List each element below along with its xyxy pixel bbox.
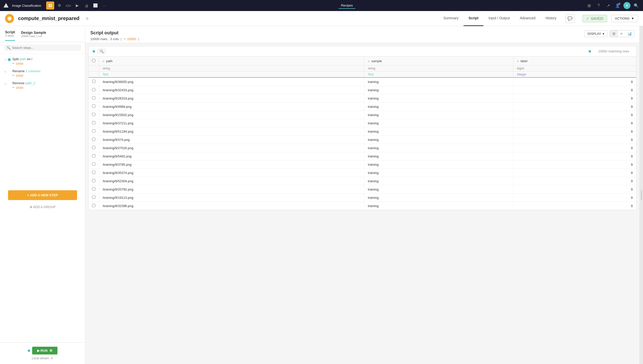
nav-help-icon[interactable]: ? (595, 2, 602, 9)
row-checkbox[interactable] (92, 196, 95, 199)
step-dot (8, 58, 11, 61)
nav-icon-print[interactable]: 🖨 (82, 2, 90, 10)
cell-1-1: training (364, 86, 513, 94)
tab-history[interactable]: History (540, 11, 561, 26)
step-eye-icon[interactable]: 👁 (67, 81, 71, 86)
step-delete-icon[interactable]: 🗑 (77, 81, 82, 86)
panel-resize-handle (641, 190, 642, 200)
search-steps-input[interactable] (12, 46, 79, 50)
col-link-label[interactable]: Integer (513, 71, 636, 78)
col-type-row: string string bigint (89, 66, 636, 71)
matching-rows-label: 10000 matching rows (598, 49, 632, 53)
add-group-button[interactable]: ⊕ ADD A GROUP (4, 203, 81, 211)
row-checkbox[interactable] (92, 96, 95, 100)
script-output-header: Script output DISPLAY ▾ ⊞ ≡ 📊 10000 rows… (85, 26, 639, 43)
step-item-remove[interactable]: ≡ Remove path_2 10000 👁 ⊙ 🗑 (0, 79, 85, 91)
tab-input-output[interactable]: Input / Output (483, 11, 515, 26)
step-copy-icon[interactable]: ⊙ (72, 69, 76, 74)
nav-search-icon[interactable]: 🔍 (632, 2, 640, 9)
col-link-sample[interactable]: Text (364, 71, 513, 78)
view-grid-button[interactable]: ⊞ (610, 30, 618, 37)
cell-4-1: training (364, 111, 513, 119)
table-header-row: ≡ path ≡ sample ≡ label (89, 56, 636, 66)
right-panel-handle[interactable] (639, 26, 643, 364)
cell-2-0: /training/9/28319.png (99, 94, 364, 103)
sidebar-section-design[interactable]: Design Sample 10000 rows 1 col (21, 31, 46, 41)
th-label-icon: ≡ (517, 60, 519, 63)
row-checkbox[interactable] (92, 162, 95, 166)
step-eye-icon[interactable]: 👁 (67, 57, 71, 62)
run-status-dot (28, 349, 30, 352)
step-copy-icon[interactable]: ⊙ (72, 57, 76, 62)
display-button[interactable]: DISPLAY ▾ (584, 30, 608, 37)
cell-4-0: /training/9/23502.png (99, 111, 364, 119)
sidebar-section-script[interactable]: Script 3 steps (5, 30, 15, 41)
step-dot-placeholder (8, 82, 11, 85)
nav-icon-more[interactable]: ··· (100, 2, 108, 10)
nav-grid-icon[interactable]: ⊞ (585, 2, 593, 9)
cell-6-1: training (364, 127, 513, 136)
step-delete-icon[interactable]: 🗑 (77, 69, 82, 74)
cell-15-0: /training/9/32396.png (99, 202, 364, 210)
nav-icon-code[interactable]: </> (64, 2, 72, 10)
view-chart-button[interactable]: 📊 (625, 30, 634, 37)
nav-icon-fullscreen[interactable]: ⬜ (91, 2, 99, 10)
row-checkbox[interactable] (92, 121, 95, 124)
row-checkbox[interactable] (92, 129, 95, 133)
th-sample-icon: ≡ (368, 60, 369, 63)
actions-button[interactable]: ACTIONS ▼ (611, 15, 638, 22)
local-stream-settings-icon[interactable]: ⚙ (50, 356, 53, 360)
row-checkbox[interactable] (92, 179, 95, 182)
step-drag-handle[interactable]: ≡ (4, 69, 6, 74)
row-checkbox[interactable] (92, 187, 95, 191)
row-checkbox[interactable] (92, 113, 95, 116)
row-checkbox[interactable] (92, 146, 95, 149)
recipe-settings-icon[interactable]: ⚙ (86, 17, 89, 21)
row-checkbox[interactable] (92, 105, 95, 108)
table-area: 🔍 10000 matching rows (85, 43, 639, 364)
nav-recipes-label[interactable]: Recipes (339, 3, 355, 9)
col-link-path[interactable]: Text (99, 71, 364, 78)
run-button[interactable]: ▶ RUN ⚙ (32, 347, 58, 354)
step-drag-handle[interactable]: ≡ (4, 57, 6, 62)
nav-analytics-icon[interactable]: ↗ (604, 2, 612, 9)
row-checkbox[interactable] (92, 88, 95, 91)
comment-button[interactable]: 💬 (565, 14, 574, 23)
step-item-split[interactable]: ≡ Split path on / 10000 👁 ⊙ 🗑 (0, 55, 85, 67)
step-badge-split: 10000 (12, 62, 23, 65)
nav-icon-recipe[interactable] (46, 2, 54, 10)
saved-button[interactable]: ✓ SAVED! (583, 15, 607, 22)
search-input-wrap: 🔍 (4, 45, 81, 51)
tab-advanced[interactable]: Advanced (515, 11, 540, 26)
app-logo[interactable] (3, 3, 9, 9)
user-avatar[interactable]: A (623, 2, 630, 9)
tab-script[interactable]: Script (464, 11, 484, 26)
row-checkbox[interactable] (92, 171, 95, 174)
recipe-header-bar: compute_mnist_prepared ⚙ Summary Script … (0, 11, 643, 26)
add-step-button[interactable]: + ADD A NEW STEP (8, 190, 77, 200)
row-checkbox[interactable] (92, 204, 95, 207)
view-list-button[interactable]: ≡ (618, 30, 625, 37)
row-checkbox[interactable] (92, 154, 95, 157)
col-type-sample: string (364, 66, 513, 71)
step-eye-icon[interactable]: 👁 (67, 69, 71, 74)
tab-summary[interactable]: Summary (438, 11, 464, 26)
nav-icon-run[interactable]: ▶ (73, 2, 81, 10)
data-table-wrap: 🔍 10000 matching rows (88, 46, 636, 210)
nav-icon-settings[interactable]: ⚙ (55, 2, 63, 10)
row-checkbox[interactable] (92, 80, 95, 83)
run-settings-icon[interactable]: ⚙ (49, 349, 52, 352)
step-delete-icon[interactable]: 🗑 (77, 57, 82, 62)
th-checkbox[interactable] (89, 56, 99, 66)
svg-rect-3 (49, 6, 50, 7)
search-icon: 🔍 (7, 46, 11, 50)
nav-notification-icon[interactable]: 👤 (614, 2, 621, 9)
step-drag-handle[interactable]: ≡ (4, 81, 6, 86)
select-all-checkbox[interactable] (92, 59, 95, 62)
output-edit-badge[interactable]: 10000 (124, 37, 136, 41)
row-checkbox[interactable] (92, 138, 95, 141)
cell-8-0: /training/9/27016.png (99, 144, 364, 152)
cell-4-2: 9 (513, 111, 636, 119)
step-item-rename[interactable]: ≡ Rename 2 columns 10000 👁 ⊙ 🗑 (0, 67, 85, 79)
step-copy-icon[interactable]: ⊙ (72, 81, 76, 86)
